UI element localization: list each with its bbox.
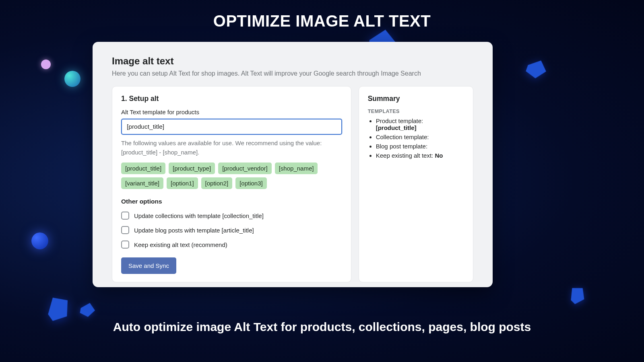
checkbox-label: Keep existing alt text (recommend) [134,241,227,248]
token-option1[interactable]: [option1] [167,177,198,189]
settings-panel: Image alt text Here you can setup Alt Te… [93,42,493,287]
other-options-heading: Other options [121,198,342,205]
summary-card: Summary TEMPLATES Product template: [pro… [359,86,473,282]
token-product-title[interactable]: [product_title] [121,162,165,174]
page-title: Image alt text [112,56,473,67]
hero-subtitle: Auto optimize image Alt Text for product… [0,320,644,334]
token-option3[interactable]: [option3] [235,177,267,189]
summary-keep-existing: Keep existing alt text: No [376,152,464,159]
checkbox-update-blogposts[interactable] [121,226,129,234]
decorative-orb [41,60,51,69]
hero-title: OPTIMIZE IMAGE ALT TEXT [0,12,644,30]
token-list: [product_title] [product_type] [product_… [121,162,342,189]
summary-item-label: Keep existing alt text: [376,152,435,159]
token-product-type[interactable]: [product_type] [169,162,215,174]
summary-section-label: TEMPLATES [368,109,464,114]
checkbox-label: Update collections with template [collec… [134,212,264,219]
setup-heading: 1. Setup alt [121,95,342,103]
token-option2[interactable]: [option2] [201,177,233,189]
setup-card: 1. Setup alt Alt Text template for produ… [112,86,351,282]
token-variant-title[interactable]: [variant_title] [121,177,163,189]
template-field-label: Alt Text template for products [121,109,342,115]
summary-item-label: Product template: [376,117,423,124]
svg-marker-1 [44,294,72,322]
svg-marker-4 [566,284,587,305]
summary-heading: Summary [368,95,464,103]
summary-collection-template: Collection template: [376,134,464,140]
summary-product-template: Product template: [product_title] [376,117,464,131]
decorative-orb [31,232,48,249]
checkbox-label: Update blog posts with template [article… [134,227,254,234]
template-hint: The following values are available for u… [121,139,342,157]
svg-marker-2 [78,300,97,319]
decorative-orb [64,71,80,87]
checkbox-keep-existing[interactable] [121,241,129,249]
svg-marker-3 [524,56,549,81]
alt-template-input[interactable] [121,119,342,135]
token-product-vendor[interactable]: [product_vendor] [218,162,272,174]
save-and-sync-button[interactable]: Save and Sync [121,257,176,274]
summary-item-value: [product_title] [376,124,417,131]
token-shop-name[interactable]: [shop_name] [275,162,318,174]
summary-item-value: No [435,152,443,159]
page-description: Here you can setup Alt Text for shop ima… [112,70,473,77]
checkbox-update-collections[interactable] [121,212,129,220]
summary-blog-template: Blog post template: [376,143,464,150]
